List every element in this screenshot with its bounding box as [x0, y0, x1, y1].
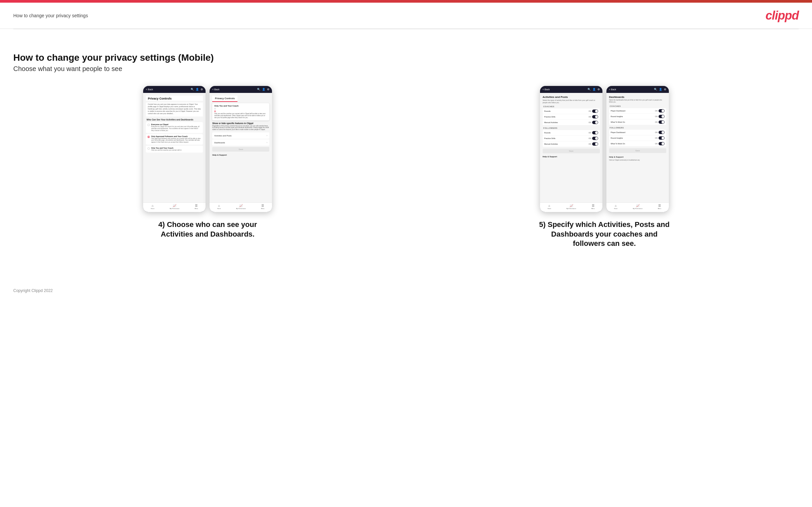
- toggle-coaches-round[interactable]: Round Insights ON: [609, 114, 666, 119]
- toggle-coaches-rounds[interactable]: Rounds ON: [543, 109, 600, 114]
- nav-menu-3[interactable]: ☰ Menu: [592, 204, 595, 209]
- privacy-controls-tab[interactable]: Privacy Controls: [212, 96, 238, 102]
- toggle-switch-fr[interactable]: [592, 131, 598, 134]
- toggle-switch-fm[interactable]: [592, 143, 598, 146]
- toggle-right-fw: ON: [655, 142, 665, 145]
- people-icon-3[interactable]: 👤: [593, 88, 596, 91]
- menu-activities[interactable]: Activities and Posts ›: [212, 132, 269, 139]
- nav-performance-3[interactable]: 📈 My Performance: [566, 204, 576, 209]
- toggle-switch-fpl[interactable]: [659, 131, 665, 134]
- nav-performance-4[interactable]: 📈 My Performance: [633, 204, 642, 209]
- toggle-switch-cr[interactable]: [592, 110, 598, 113]
- toggle-followers-practice[interactable]: Practice Drills ON: [543, 136, 600, 141]
- settings-icon-4[interactable]: ⚙: [664, 88, 666, 91]
- nav-performance-1[interactable]: 📈 My Performance: [170, 204, 179, 209]
- coaches-label-3: COACHES: [543, 106, 600, 108]
- phone-1-back[interactable]: < Back: [146, 88, 153, 91]
- followers-label-3: FOLLOWERS: [543, 127, 600, 129]
- phone-4-back[interactable]: < Back: [609, 88, 616, 91]
- toggle-right-cp: ON: [589, 115, 598, 118]
- screens-pair-2: < Back 🔍 👤 ⚙ Activities and Posts Select…: [540, 86, 669, 212]
- nav-home-3[interactable]: ⌂ Home: [548, 204, 551, 209]
- nav-home-4[interactable]: ⌂ Home: [614, 204, 618, 209]
- chevron-activities: ›: [267, 134, 268, 137]
- save-btn-4[interactable]: Save: [609, 148, 666, 153]
- toggle-right-fri: ON: [655, 136, 665, 140]
- option-everyone-text: Everyone on Clippd Everyone on Clippd ca…: [151, 123, 201, 132]
- option-you-coach[interactable]: Only You and Your Coach Only you and the…: [146, 146, 203, 153]
- toggle-switch-cri[interactable]: [659, 115, 665, 118]
- toggle-coaches-player[interactable]: Player Dashboard ON: [609, 108, 666, 113]
- performance-icon-3: 📈: [569, 204, 573, 207]
- chevron-dashboards: ›: [267, 141, 268, 144]
- settings-icon[interactable]: ⚙: [201, 88, 203, 91]
- popup-radio-row-2: [214, 110, 267, 112]
- search-icon-3[interactable]: 🔍: [588, 88, 591, 91]
- toggle-right-cri: ON: [655, 115, 665, 118]
- toggle-followers-player[interactable]: Player Dashboard ON: [609, 130, 666, 135]
- phone-3-bottom-nav: ⌂ Home 📈 My Performance ☰ Menu: [540, 203, 602, 211]
- screenshot-group-2: < Back 🔍 👤 ⚙ Activities and Posts Select…: [410, 86, 799, 248]
- phone-2-icons: 🔍 👤 ⚙: [257, 88, 269, 91]
- people-icon-4[interactable]: 👤: [659, 88, 662, 91]
- toggle-right-cm: ON: [589, 121, 598, 124]
- option-approved[interactable]: Only Approved Followers and Your Coach O…: [146, 134, 203, 145]
- search-icon[interactable]: 🔍: [191, 88, 194, 91]
- toggle-coaches-manual[interactable]: Manual Activities ON: [543, 120, 600, 125]
- toggle-switch-cpl[interactable]: [659, 109, 665, 112]
- save-btn-2[interactable]: Save: [212, 147, 269, 152]
- menu-icon-3: ☰: [592, 204, 595, 207]
- toggle-coaches-practice[interactable]: Practice Drills ON: [543, 114, 600, 119]
- toggle-followers-manual[interactable]: Manual Activities ON: [543, 142, 600, 147]
- nav-menu-1[interactable]: ☰ Menu: [195, 204, 198, 209]
- show-hide-title: Show or hide specific features in Clippd: [212, 122, 269, 124]
- people-icon-2[interactable]: 👤: [262, 88, 265, 91]
- toggle-followers-work[interactable]: What To Work On ON: [609, 141, 666, 146]
- followers-label-4: FOLLOWERS: [609, 127, 666, 129]
- toggle-switch-cm[interactable]: [592, 121, 598, 124]
- toggle-followers-rounds[interactable]: Rounds ON: [543, 130, 600, 135]
- settings-icon-3[interactable]: ⚙: [598, 88, 600, 91]
- dashboards-title: Dashboards: [609, 96, 666, 99]
- phone-2-nav: < Back 🔍 👤 ⚙: [210, 86, 272, 93]
- dashboards-subtitle: Select the dashboards that you'd like to…: [609, 99, 666, 103]
- toggle-coaches-work[interactable]: What To Work On ON: [609, 119, 666, 125]
- toggle-switch-cp[interactable]: [592, 115, 598, 118]
- header-title: How to change your privacy settings: [13, 13, 88, 18]
- phone-4-bottom-nav: ⌂ Home 📈 My Performance ☰ Menu: [606, 203, 669, 211]
- phone-3-back[interactable]: < Back: [543, 88, 550, 91]
- nav-home-2[interactable]: ⌂ Home: [217, 204, 221, 209]
- page-title: How to change your privacy settings (Mob…: [13, 52, 799, 63]
- phone-screen-1-content: < Back 🔍 👤 ⚙ Privacy Controls Control ho…: [143, 86, 206, 212]
- privacy-controls-title: Privacy Controls: [146, 96, 203, 101]
- search-icon-4[interactable]: 🔍: [654, 88, 657, 91]
- toggle-followers-round[interactable]: Round Insights ON: [609, 135, 666, 141]
- toggle-switch-fp[interactable]: [592, 137, 598, 140]
- nav-home-1[interactable]: ⌂ Home: [151, 204, 154, 209]
- popup-radio-2: [214, 111, 216, 112]
- save-btn-3[interactable]: Save: [543, 149, 600, 153]
- nav-performance-2[interactable]: 📈 My Performance: [236, 204, 246, 209]
- toggle-switch-fw[interactable]: [659, 142, 665, 145]
- phone-screen-4-content: < Back 🔍 👤 ⚙ Dashboards Select the dashb…: [606, 86, 669, 212]
- nav-menu-4[interactable]: ☰ Menu: [658, 204, 661, 209]
- option-everyone[interactable]: Everyone on Clippd Everyone on Clippd ca…: [146, 122, 203, 133]
- phone-4-icons: 🔍 👤 ⚙: [654, 88, 666, 91]
- help-support-2: Help & Support: [212, 153, 269, 157]
- settings-icon-2[interactable]: ⚙: [267, 88, 269, 91]
- copyright: Copyright Clippd 2022: [0, 282, 812, 300]
- help-support-4: Help & Support Visit our Clippd communit…: [609, 155, 666, 161]
- toggle-switch-fri[interactable]: [659, 136, 665, 140]
- phone-1-icons: 🔍 👤 ⚙: [191, 88, 203, 91]
- option-you-coach-text: Only You and Your Coach Only you and the…: [151, 147, 182, 151]
- activities-subtitle: Select the types of activity that you'd …: [543, 99, 600, 104]
- people-icon[interactable]: 👤: [196, 88, 199, 91]
- toggle-switch-cw[interactable]: [659, 120, 665, 124]
- phone-2-back[interactable]: < Back: [212, 88, 219, 91]
- search-icon-2[interactable]: 🔍: [257, 88, 260, 91]
- screens-pair-1: < Back 🔍 👤 ⚙ Privacy Controls Control ho…: [143, 86, 272, 212]
- radio-approved: [147, 136, 150, 138]
- option-approved-text: Only Approved Followers and Your Coach O…: [151, 135, 201, 144]
- nav-menu-2[interactable]: ☰ Menu: [261, 204, 264, 209]
- menu-dashboards[interactable]: Dashboards ›: [212, 139, 269, 146]
